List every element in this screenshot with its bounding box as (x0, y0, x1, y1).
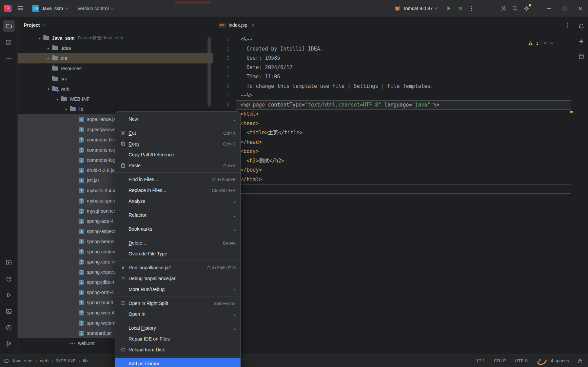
code-text[interactable]: <h2>测试</h2> (236, 156, 571, 166)
run-button[interactable] (443, 3, 454, 14)
close-window-button[interactable] (572, 0, 588, 17)
menu-item-more-run-debug[interactable]: More Run/Debug› (115, 284, 240, 295)
line-separator[interactable]: CRLF (494, 358, 506, 363)
tree-item-out[interactable]: ▸out (18, 53, 213, 63)
jar-archive-icon (79, 290, 84, 295)
breadcrumb-java-ssm[interactable]: Java_ssm (12, 358, 33, 363)
tree-item-label: out (61, 56, 67, 61)
code-text[interactable]: Created by IntelliJ IDEA. (236, 44, 571, 54)
code-text[interactable]: </head> (236, 138, 571, 147)
menu-item-debug-aopalliance-jar[interactable]: Debug 'aopalliance.jar' (115, 273, 240, 284)
menu-item-copy[interactable]: CopyCtrl+C (115, 138, 240, 149)
caret-position[interactable]: 17:1 (476, 358, 485, 363)
code-text[interactable]: Date: 2024/6/17 (236, 63, 571, 73)
code-text[interactable]: <title>主页</title> (236, 128, 571, 138)
inspections-widget[interactable]: 1 (525, 38, 555, 48)
vcs-widget[interactable]: Version control (75, 4, 116, 13)
search-everywhere-button[interactable] (509, 3, 521, 14)
chevron-closed-icon[interactable]: ▸ (45, 46, 52, 50)
menu-separator (115, 222, 240, 222)
previous-issue-icon[interactable] (544, 42, 547, 45)
menu-item-override-file-type[interactable]: Override File Type (115, 248, 240, 259)
project-widget[interactable]: JS Java_ssm (29, 3, 71, 14)
code-text[interactable] (236, 184, 571, 194)
menu-item-new[interactable]: New› (115, 114, 240, 124)
code-editor[interactable]: 1<%--2 Created by IntelliJ IDEA.3 User: … (213, 33, 574, 354)
chevron-open-icon[interactable]: ▾ (37, 36, 43, 40)
code-text[interactable]: <%-- (236, 35, 571, 44)
menu-item-find-in-files[interactable]: Find in Files...Ctrl+Shift+F (115, 174, 240, 185)
structure-tool-button[interactable] (3, 36, 15, 49)
chevron-open-icon[interactable]: ▾ (54, 97, 60, 101)
code-text[interactable]: </html> (236, 175, 571, 185)
chevron-open-icon[interactable]: ▾ (45, 87, 52, 91)
menu-item-replace-in-files[interactable]: Replace in Files...Ctrl+Shift+R (115, 185, 240, 196)
breadcrumb-web[interactable]: web (40, 358, 48, 363)
code-text[interactable]: To change this template use File | Setti… (236, 82, 571, 91)
debug-button[interactable] (454, 3, 466, 14)
code-text[interactable]: User: 19585 (236, 54, 571, 63)
tree-item-src[interactable]: src (18, 74, 213, 84)
code-with-me-button[interactable] (498, 3, 509, 14)
editor-options-button[interactable] (567, 22, 574, 28)
menu-item-reload-from-disk[interactable]: Reload from Disk (115, 344, 240, 355)
more-actions-button[interactable] (466, 3, 477, 14)
menu-item-delete[interactable]: Delete...Delete (115, 237, 240, 248)
code-text[interactable]: <body> (236, 147, 571, 156)
database-button[interactable] (575, 51, 587, 62)
code-line: 17 (213, 184, 574, 194)
menu-item-repair-ide-on-files[interactable]: Repair IDE on Files (115, 333, 240, 344)
menu-item-local-history[interactable]: Local History› (115, 323, 240, 333)
run-tool-button[interactable] (3, 289, 15, 301)
menu-item-refactor[interactable]: Refactor› (115, 210, 240, 220)
chevron-closed-icon[interactable]: ▸ (45, 57, 52, 60)
tree-item-web-inf[interactable]: ▾WEB-INF (18, 94, 213, 104)
breadcrumb-web-inf[interactable]: WEB-INF (56, 358, 76, 363)
terminal-tool-button[interactable] (3, 305, 15, 317)
next-issue-icon[interactable] (550, 41, 554, 44)
lock-icon[interactable] (578, 358, 583, 364)
menu-item-open-in-right-split[interactable]: Open in Right SplitShift+Enter (115, 298, 240, 309)
project-tree-scrollbar[interactable] (208, 37, 211, 107)
tree-item-resources[interactable]: resources (18, 63, 213, 74)
indent-setting[interactable]: 4 spaces (551, 358, 569, 363)
menu-item-run-aopalliance-jar[interactable]: Run 'aopalliance.jar'Ctrl+Shift+F10 (115, 262, 240, 273)
menu-item-bookmarks[interactable]: Bookmarks› (115, 224, 240, 234)
menu-item-cut[interactable]: CutCtrl+X (115, 128, 240, 138)
menu-item-analyze[interactable]: Analyze› (115, 196, 240, 207)
project-panel-header[interactable]: Project (18, 17, 213, 33)
code-text[interactable]: <head> (236, 119, 571, 129)
version-control-tool-button[interactable] (3, 338, 15, 350)
tree-item-java-ssm[interactable]: ▾Java_ssmD:\ssm整合\Java_ssm (18, 33, 213, 43)
code-text[interactable]: <html> (236, 110, 571, 119)
menu-item-paste[interactable]: PasteCtrl+V (115, 160, 240, 171)
jar-archive-icon (79, 198, 84, 204)
file-encoding[interactable]: UTF-8 (515, 358, 528, 363)
profiler-tool-button[interactable] (3, 273, 15, 285)
menu-item-copy-path-reference[interactable]: Copy Path/Reference... (115, 149, 240, 160)
menu-item-label: Replace in Files... (129, 188, 166, 193)
ai-assistant-button[interactable] (575, 36, 587, 47)
code-text[interactable]: Time: 11:06 (236, 72, 571, 82)
run-configuration-widget[interactable]: Tomcat 9.0.87 (392, 4, 440, 13)
tree-item-idea[interactable]: ▸.idea (18, 43, 213, 53)
code-text[interactable]: --%> (236, 91, 571, 100)
menu-item-add-as-library[interactable]: Add as Library... (115, 358, 240, 367)
problems-tool-button[interactable] (3, 322, 15, 334)
code-text[interactable]: <%@ page contentType="text/html;charset=… (236, 100, 571, 110)
tab-close-icon[interactable] (250, 22, 256, 28)
tab-index-jsp[interactable]: JSP index.jsp (213, 17, 260, 33)
minimize-button[interactable] (541, 0, 557, 17)
chevron-open-icon[interactable]: ▾ (63, 108, 69, 111)
code-text[interactable]: </body> (236, 166, 571, 175)
breadcrumb-lib[interactable]: lib (83, 358, 88, 363)
services-tool-button[interactable] (3, 256, 15, 269)
tree-item-web[interactable]: ▾web (18, 84, 213, 94)
notifications-button[interactable] (575, 21, 587, 32)
menu-item-open-in[interactable]: Open In› (115, 309, 240, 320)
main-menu-icon[interactable] (16, 4, 25, 12)
maximize-button[interactable] (557, 0, 572, 17)
settings-button[interactable] (521, 3, 532, 14)
more-tool-windows-button[interactable] (3, 53, 15, 65)
project-tool-button[interactable] (3, 20, 15, 32)
